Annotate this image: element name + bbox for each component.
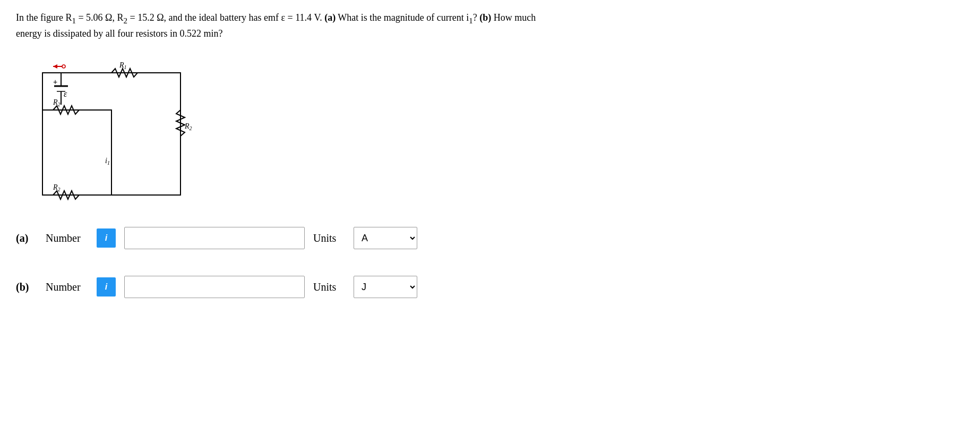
part-a-number-input[interactable]	[124, 227, 305, 249]
svg-text:+: +	[53, 78, 57, 86]
svg-text:R2: R2	[53, 183, 61, 192]
part-a-info-button[interactable]: i	[97, 228, 116, 248]
part-a-number-label: Number	[46, 232, 88, 244]
part-b-info-button[interactable]: i	[97, 277, 116, 297]
circuit-diagram: + ε R1 R2 R2 i1	[27, 57, 196, 206]
svg-text:i1: i1	[105, 157, 110, 166]
part-a-units-label: Units	[313, 232, 345, 244]
svg-text:ε: ε	[64, 89, 67, 98]
part-b-units-select[interactable]: J kJ mJ cal	[354, 276, 417, 298]
part-a-units-select[interactable]: A mA μA	[354, 227, 417, 249]
part-b-number-input[interactable]	[124, 276, 305, 298]
answers-section: (a) Number i Units A mA μA (b) Number i …	[16, 227, 964, 298]
part-b-number-label: Number	[46, 281, 88, 293]
svg-marker-9	[53, 64, 57, 69]
part-b-label: (b)	[16, 281, 37, 293]
svg-text:R1: R1	[119, 61, 127, 70]
problem-text: In the figure R1 = 5.06 Ω, R2 = 15.2 Ω, …	[16, 11, 653, 41]
answer-row-a: (a) Number i Units A mA μA	[16, 227, 964, 249]
svg-text:R2: R2	[53, 98, 61, 107]
part-b-units-label: Units	[313, 281, 345, 293]
svg-text:R2: R2	[184, 122, 192, 131]
answer-row-b: (b) Number i Units J kJ mJ cal	[16, 276, 964, 298]
svg-rect-1	[42, 110, 111, 195]
part-a-label: (a)	[16, 232, 37, 244]
